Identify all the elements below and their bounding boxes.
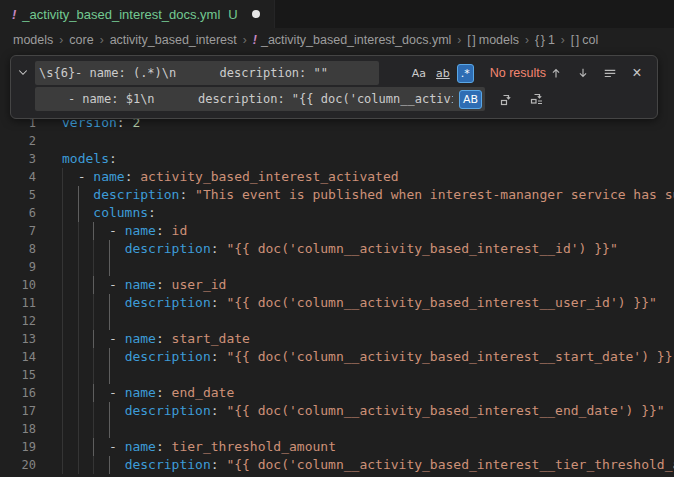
indent-guide [78,402,79,420]
token-key: name [125,277,156,292]
indent-guide [93,240,94,258]
tab-bar: ! _activity_based_interest_docs.yml U [0,0,674,28]
indent-guide [93,294,94,312]
breadcrumb-item[interactable]: { }1 [535,33,555,47]
indent-guide [62,348,63,366]
indent-guide [93,348,94,366]
indent-guide [78,312,79,330]
indent-guide [93,312,94,330]
match-case-toggle[interactable]: Aa [409,65,429,82]
line-content[interactable]: - name: id [36,222,674,240]
line-content[interactable]: - name: activity_based_interest_activate… [36,168,674,186]
code-line[interactable]: 16 - name: end_date [0,384,674,402]
breadcrumb-item[interactable]: models [13,33,53,47]
regex-toggle[interactable]: .* [457,64,474,83]
breadcrumb-item[interactable]: !_activity_based_interest_docs.yml [253,33,452,47]
editor-pane[interactable]: Aa ab .* No results [0,52,674,477]
line-content[interactable] [36,312,674,330]
code-line[interactable]: 10 - name: user_id [0,276,674,294]
line-content[interactable] [36,132,674,150]
line-content[interactable]: description: "{{ doc('column__activity_b… [36,294,674,312]
line-content[interactable]: description: "{{ doc('column__activity_b… [36,348,674,366]
code-line[interactable]: 5 description: "This event is published … [0,186,674,204]
code-line[interactable]: 15 [0,366,674,384]
line-content[interactable]: - name: user_id [36,276,674,294]
indent-guide [93,366,94,384]
line-number: 12 [0,312,36,330]
code-line[interactable]: 3models: [0,150,674,168]
token-punct: : [156,439,172,454]
unsaved-dot-icon[interactable] [252,10,260,18]
symbol-kind-icon: [ ] [571,33,578,47]
line-number: 17 [0,402,36,420]
preserve-case-toggle[interactable]: AB [459,90,482,109]
token-str: "{{ doc('column__activity_based_interest… [226,295,656,310]
token-key: description [125,403,211,418]
code-line[interactable]: 11 description: "{{ doc('column__activit… [0,294,674,312]
breadcrumb-separator: › [561,33,565,47]
line-content[interactable]: description: "{{ doc('column__activity_b… [36,402,674,420]
code-line[interactable]: 14 description: "{{ doc('column__activit… [0,348,674,366]
breadcrumb-item[interactable]: [ ]col [571,33,598,47]
indent-guide [78,258,79,276]
line-content[interactable]: models: [36,150,674,168]
chevron-down-icon [17,64,29,82]
code-line[interactable]: 7 - name: id [0,222,674,240]
breadcrumb-label: core [69,33,93,47]
find-nav-buttons: × [546,63,647,83]
line-content[interactable] [36,420,674,438]
token-str: activity_based_interest_activated [140,169,398,184]
whole-word-toggle[interactable]: ab [433,65,453,82]
breadcrumb-separator: › [457,33,461,47]
find-in-selection-button[interactable] [600,63,620,83]
code-line[interactable]: 2 [0,132,674,150]
close-find-button[interactable]: × [627,63,647,83]
breadcrumb-separator: › [243,33,247,47]
code-line[interactable]: 13 - name: start_date [0,330,674,348]
toggle-replace-button[interactable] [11,60,35,86]
next-match-button[interactable] [573,63,593,83]
close-icon: × [632,64,641,82]
replace-icon [499,91,515,107]
line-content[interactable] [36,258,674,276]
breadcrumb-item[interactable]: [ ]models [467,33,519,47]
line-content[interactable]: - name: start_date [36,330,674,348]
breadcrumb-separator: › [100,33,104,47]
replace-all-button[interactable] [527,89,547,109]
line-number: 10 [0,276,36,294]
code-line[interactable]: 4 - name: activity_based_interest_activa… [0,168,674,186]
code-line[interactable]: 12 [0,312,674,330]
indent-guide [109,420,110,438]
code-line[interactable]: 9 [0,258,674,276]
line-number: 9 [0,258,36,276]
line-number: 6 [0,204,36,222]
line-content[interactable] [36,366,674,384]
code-line[interactable]: 19 - name: tier_threshold_amount [0,438,674,456]
token-punct: : [179,187,195,202]
code-line[interactable]: 20 description: "{{ doc('column__activit… [0,456,674,474]
tab-activity-based-interest-docs[interactable]: ! _activity_based_interest_docs.yml U [0,0,275,28]
line-content[interactable]: columns: [36,204,674,222]
code-line[interactable]: 17 description: "{{ doc('column__activit… [0,402,674,420]
breadcrumb-label: models [479,33,519,47]
code-line[interactable]: 18 [0,420,674,438]
breadcrumb-item[interactable]: core [69,33,93,47]
arrow-down-icon [576,66,590,80]
code-line[interactable]: 6 columns: [0,204,674,222]
indent-guide [78,294,79,312]
line-content[interactable]: description: "{{ doc('column__activity_b… [36,240,674,258]
indent-guide [62,186,63,204]
indent-guide [62,384,63,402]
previous-match-button[interactable] [546,63,566,83]
error-indicator: ! [12,7,16,22]
line-content[interactable]: - name: tier_threshold_amount [36,438,674,456]
replace-input[interactable] [35,87,457,111]
breadcrumb-item[interactable]: activity_based_interest [110,33,237,47]
breadcrumb-separator: › [525,33,529,47]
replace-button[interactable] [497,89,517,109]
code-line[interactable]: 8 description: "{{ doc('column__activity… [0,240,674,258]
line-content[interactable]: description: "{{ doc('column__activity_b… [36,456,674,474]
find-input[interactable] [35,61,379,85]
line-content[interactable]: description: "This event is published wh… [36,186,674,204]
line-content[interactable]: - name: end_date [36,384,674,402]
